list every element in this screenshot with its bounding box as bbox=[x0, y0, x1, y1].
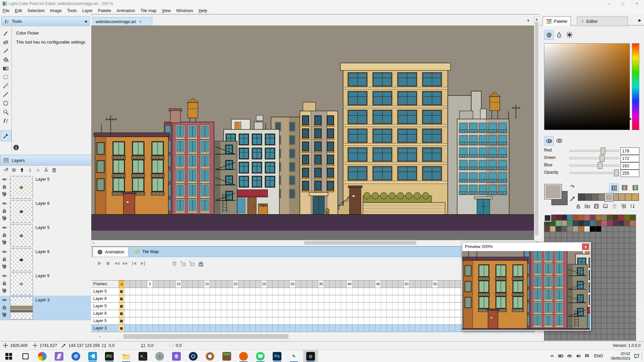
frame-header-28[interactable] bbox=[278, 281, 284, 288]
frame-cell[interactable] bbox=[427, 310, 432, 317]
red-value-field[interactable]: 179 bbox=[621, 147, 639, 155]
frame-cell[interactable] bbox=[233, 295, 238, 303]
frame-cell[interactable] bbox=[427, 295, 432, 303]
frame-cell[interactable] bbox=[375, 303, 381, 310]
frame-cell[interactable] bbox=[176, 303, 181, 310]
frame-cell[interactable] bbox=[170, 310, 176, 317]
frame-cell[interactable] bbox=[130, 295, 136, 303]
frame-cell[interactable] bbox=[244, 317, 250, 325]
frame-cell[interactable] bbox=[410, 303, 415, 310]
frame-cell[interactable] bbox=[370, 310, 375, 317]
frame-cell[interactable] bbox=[193, 310, 199, 317]
open-palette-button[interactable] bbox=[584, 203, 591, 210]
lock-toggle[interactable] bbox=[1, 208, 7, 215]
delete-layer-button[interactable] bbox=[51, 167, 57, 174]
frame-cell[interactable] bbox=[187, 288, 193, 295]
pixel-art-canvas[interactable] bbox=[91, 25, 534, 240]
frame-cell[interactable] bbox=[227, 303, 233, 310]
frame-cell[interactable] bbox=[244, 303, 250, 310]
frame-cell[interactable] bbox=[347, 303, 353, 310]
speaker-icon[interactable] bbox=[575, 353, 581, 360]
frame-header-8[interactable] bbox=[164, 281, 170, 288]
frame-cell[interactable] bbox=[256, 303, 261, 310]
frame-cell[interactable] bbox=[136, 288, 142, 295]
frame-cell[interactable] bbox=[119, 295, 124, 303]
frame-cell[interactable] bbox=[358, 310, 364, 317]
frame-cell[interactable] bbox=[227, 325, 233, 332]
frame-cell[interactable] bbox=[432, 325, 438, 332]
rgb-circles-button[interactable] bbox=[544, 136, 554, 146]
frame-cell[interactable] bbox=[136, 303, 142, 310]
frame-cell[interactable] bbox=[307, 303, 313, 310]
frame-cell[interactable] bbox=[284, 317, 290, 325]
delete-color-button[interactable] bbox=[611, 203, 618, 210]
frame-cell[interactable] bbox=[221, 295, 227, 303]
frame-cell[interactable] bbox=[438, 288, 444, 295]
frame-header-10[interactable]: 10 bbox=[176, 281, 181, 288]
frame-cell[interactable] bbox=[341, 310, 347, 317]
frame-cell[interactable] bbox=[449, 303, 455, 310]
frame-cell[interactable] bbox=[313, 295, 318, 303]
frame-cell[interactable] bbox=[301, 295, 307, 303]
frame-header-54[interactable] bbox=[427, 281, 432, 288]
frame-header-39[interactable] bbox=[341, 281, 347, 288]
frame-cell[interactable] bbox=[244, 288, 250, 295]
frame-cell[interactable] bbox=[307, 288, 313, 295]
frame-header-50[interactable]: 50 bbox=[404, 281, 410, 288]
frame-cell[interactable] bbox=[370, 295, 375, 303]
frame-cell[interactable] bbox=[136, 310, 142, 317]
frame-cell[interactable] bbox=[375, 310, 381, 317]
frame-cell[interactable] bbox=[181, 295, 187, 303]
tab-editor[interactable]: ⊹ Editor bbox=[577, 16, 628, 26]
frame-cell[interactable] bbox=[284, 303, 290, 310]
frame-cell[interactable] bbox=[124, 295, 130, 303]
frame-cell[interactable] bbox=[153, 310, 159, 317]
frame-cell[interactable] bbox=[261, 325, 267, 332]
frame-cell[interactable] bbox=[375, 325, 381, 332]
frame-cell[interactable] bbox=[142, 317, 147, 325]
frame-cell[interactable] bbox=[364, 317, 370, 325]
lock-toggle[interactable] bbox=[1, 304, 7, 311]
taskbar-pycharm[interactable]: PC bbox=[102, 350, 117, 362]
frame-header-1[interactable] bbox=[124, 281, 130, 288]
frame-cell[interactable] bbox=[387, 295, 392, 303]
frame-cell[interactable] bbox=[364, 295, 370, 303]
frame-cell[interactable] bbox=[267, 317, 273, 325]
collapse-panel-button[interactable]: ◀ bbox=[84, 19, 87, 23]
go-start-button[interactable] bbox=[131, 260, 138, 268]
frame-cell[interactable] bbox=[159, 317, 164, 325]
frame-cell[interactable] bbox=[153, 288, 159, 295]
frame-cell[interactable] bbox=[221, 317, 227, 325]
tab-palette[interactable]: Palette bbox=[543, 16, 571, 26]
rewind-button[interactable] bbox=[113, 260, 120, 268]
frame-cell[interactable] bbox=[176, 325, 181, 332]
frame-cell[interactable] bbox=[410, 295, 415, 303]
layer-thumbnail[interactable] bbox=[10, 297, 33, 319]
frame-header-56[interactable] bbox=[438, 281, 444, 288]
frame-cell[interactable] bbox=[159, 310, 164, 317]
menu-file[interactable]: File bbox=[0, 7, 12, 14]
clock[interactable]: 20:5208/06/2023 bbox=[607, 351, 630, 361]
frame-cell[interactable] bbox=[210, 325, 216, 332]
frame-cell[interactable] bbox=[335, 310, 341, 317]
opacity-value-field[interactable]: 255 bbox=[621, 170, 639, 177]
frame-cell[interactable] bbox=[119, 317, 124, 325]
frame-header-42[interactable] bbox=[358, 281, 364, 288]
frame-cell[interactable] bbox=[187, 303, 193, 310]
frame-cell[interactable] bbox=[164, 317, 170, 325]
frame-cell[interactable] bbox=[250, 295, 256, 303]
frame-cell[interactable] bbox=[119, 310, 124, 317]
stop-button[interactable] bbox=[105, 260, 111, 268]
frame-cell[interactable] bbox=[159, 325, 164, 332]
frame-header-49[interactable] bbox=[398, 281, 404, 288]
frame-cell[interactable] bbox=[392, 303, 398, 310]
frame-cell[interactable] bbox=[318, 288, 324, 295]
frame-cell[interactable] bbox=[199, 317, 204, 325]
menu-tools[interactable]: Tools bbox=[64, 7, 79, 14]
frame-header-9[interactable] bbox=[170, 281, 176, 288]
layer-row-1[interactable]: Layer 5 bbox=[0, 175, 91, 199]
frame-header-11[interactable] bbox=[181, 281, 187, 288]
frame-cell[interactable] bbox=[170, 303, 176, 310]
layer-thumbnail[interactable] bbox=[10, 200, 33, 223]
ramp-swatch[interactable] bbox=[585, 193, 592, 201]
